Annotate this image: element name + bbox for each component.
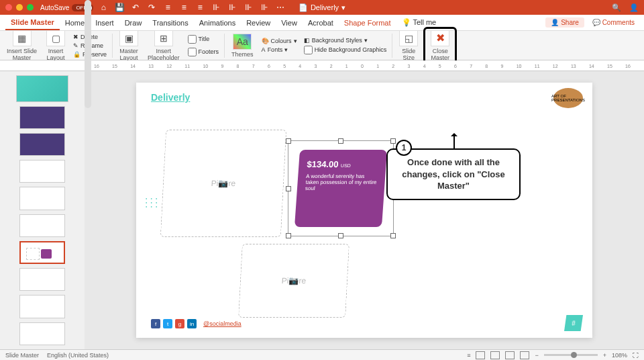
tab-shape-format[interactable]: Shape Format — [339, 16, 396, 30]
bg-styles-dropdown[interactable]: ◧ Background Styles ▾ — [304, 36, 387, 44]
thumb-layout[interactable] — [19, 160, 65, 183]
ribbon-tabs: Slide Master Home Insert Draw Transition… — [0, 15, 644, 31]
slide[interactable]: Deliverly ART OF PRESENTATIONS ● ● ●● ● … — [136, 83, 592, 338]
tab-animations[interactable]: Animations — [194, 16, 241, 30]
insert-layout-button[interactable]: ▢Insert Layout — [42, 30, 69, 61]
window-controls[interactable] — [5, 4, 34, 11]
share-button[interactable]: 👤 Share — [545, 17, 584, 28]
colours-dropdown[interactable]: 🎨 Colours ▾ — [262, 37, 297, 45]
account-icon[interactable]: 👤 — [629, 3, 639, 12]
resize-handle[interactable] — [390, 138, 396, 144]
status-mode: Slide Master — [5, 352, 39, 359]
annotation-callout: 1 Once done with all the changes, click … — [386, 148, 521, 200]
resize-handle[interactable] — [286, 186, 291, 191]
social-icons: f t g in @socialmedia — [151, 319, 241, 328]
reading-view-icon[interactable] — [505, 351, 515, 359]
home-icon[interactable]: ⌂ — [99, 3, 108, 12]
normal-view-icon[interactable] — [476, 351, 485, 359]
slideshow-view-icon[interactable] — [520, 351, 529, 359]
thumb-master[interactable] — [16, 75, 68, 102]
fit-to-window-icon[interactable]: ⛶ — [633, 352, 639, 359]
notes-button[interactable]: ≡ — [467, 352, 470, 359]
zoom-slider[interactable] — [544, 354, 598, 356]
tab-acrobat[interactable]: Acrobat — [303, 16, 339, 30]
hide-bg-checkbox[interactable]: Hide Background Graphics — [304, 45, 387, 55]
annotation-number: 1 — [396, 140, 412, 156]
social-link: @socialmedia — [203, 320, 241, 327]
slide-canvas: Deliverly ART OF PRESENTATIONS ● ● ●● ● … — [85, 71, 644, 349]
quick-access-toolbar: ⌂ 💾 ↶ ↷ ≡ ≡ ≡ ⊪ ⊪ ⊪ ⊪ ⋯ — [99, 3, 285, 12]
thumb-layout[interactable] — [19, 268, 65, 291]
insert-slide-master-button[interactable]: ▦Insert Slide Master — [3, 30, 41, 61]
linkedin-icon: in — [187, 319, 197, 328]
save-icon[interactable]: 💾 — [115, 3, 124, 12]
selection-box[interactable] — [288, 140, 394, 236]
sorter-view-icon[interactable] — [490, 351, 500, 359]
more-icon[interactable]: ⋯ — [276, 3, 285, 12]
fonts-dropdown[interactable]: A Fonts ▾ — [262, 46, 297, 54]
brand-logo: Deliverly — [151, 92, 190, 103]
slide-size-button[interactable]: ◱Slide Size — [395, 30, 422, 61]
tab-slide-master[interactable]: Slide Master — [5, 15, 60, 30]
google-icon: g — [175, 319, 184, 328]
insert-placeholder-button[interactable]: ⊞Insert Placeholder — [144, 30, 184, 61]
powerpoint-icon: 📄 — [299, 3, 308, 12]
zoom-level[interactable]: 108% — [612, 352, 627, 359]
zoom-in-button[interactable]: + — [603, 352, 606, 359]
thumb-layout[interactable] — [19, 322, 65, 345]
thumb-layout[interactable] — [19, 214, 65, 237]
slide-thumbnails — [0, 71, 85, 349]
title-checkbox[interactable]: Title — [188, 34, 219, 44]
thumb-layout[interactable] — [19, 187, 65, 210]
picture-placeholder[interactable]: Pi📷re — [160, 130, 286, 237]
thumb-layout[interactable] — [19, 133, 65, 156]
close-master-button[interactable]: ✖Close Master — [427, 30, 453, 61]
close-window-icon[interactable] — [5, 4, 12, 11]
tab-review[interactable]: Review — [241, 16, 276, 30]
search-icon[interactable]: 🔍 — [612, 3, 621, 12]
maximize-window-icon[interactable] — [27, 4, 34, 11]
redo-icon[interactable]: ↷ — [147, 3, 156, 12]
thumb-layout[interactable] — [19, 106, 65, 129]
themes-button[interactable]: AaThemes — [227, 34, 258, 58]
resize-handle[interactable] — [390, 233, 396, 238]
title-bar: AutoSave OFF ⌂ 💾 ↶ ↷ ≡ ≡ ≡ ⊪ ⊪ ⊪ ⊪ ⋯ 📄 D… — [0, 0, 644, 15]
page-number-badge: # — [564, 315, 583, 331]
tab-insert[interactable]: Insert — [90, 16, 119, 30]
annotation-arrow — [453, 134, 455, 149]
resize-handle[interactable] — [338, 233, 343, 238]
corner-logo: ART OF PRESENTATIONS — [553, 88, 583, 108]
thumb-layout[interactable] — [19, 295, 65, 318]
master-layout-button[interactable]: ▣Master Layout — [115, 30, 142, 61]
minimize-window-icon[interactable] — [16, 4, 23, 11]
undo-icon[interactable]: ↶ — [131, 3, 140, 12]
tab-transitions[interactable]: Transitions — [147, 16, 193, 30]
thumb-layout-selected[interactable] — [19, 241, 65, 264]
zoom-out-button[interactable]: − — [535, 352, 538, 359]
resize-handle[interactable] — [286, 233, 291, 238]
tab-draw[interactable]: Draw — [119, 16, 148, 30]
status-language[interactable]: English (United States) — [47, 352, 109, 359]
comments-button[interactable]: 💬 Comments — [588, 17, 639, 28]
status-bar: Slide Master English (United States) ≡ −… — [0, 349, 644, 360]
facebook-icon: f — [151, 319, 160, 328]
decorative-dots: ● ● ●● ● ●● ● ● — [146, 197, 158, 209]
main-area: Deliverly ART OF PRESENTATIONS ● ● ●● ● … — [0, 71, 644, 349]
resize-handle[interactable] — [338, 138, 343, 144]
distribute-icon[interactable]: ⊪ — [260, 3, 269, 12]
distribute-icon[interactable]: ⊪ — [227, 3, 237, 12]
document-title: 📄 Deliverly▾ — [299, 3, 345, 12]
align-icon[interactable]: ≡ — [163, 3, 172, 12]
footers-checkbox[interactable]: Footers — [188, 47, 219, 57]
resize-handle[interactable] — [286, 138, 291, 144]
tab-view[interactable]: View — [276, 16, 303, 30]
picture-placeholder[interactable]: Pi📷re — [238, 244, 350, 318]
align-icon[interactable]: ≡ — [195, 3, 205, 12]
horizontal-ruler: 1615141312111098765432101234567891011121… — [0, 60, 644, 71]
distribute-icon[interactable]: ⊪ — [211, 3, 221, 12]
twitter-icon: t — [163, 319, 172, 328]
ribbon: ▦Insert Slide Master ▢Insert Layout ✖ De… — [0, 31, 644, 60]
align-icon[interactable]: ≡ — [179, 3, 189, 12]
distribute-icon[interactable]: ⊪ — [244, 3, 253, 12]
close-master-highlight: ✖Close Master — [423, 27, 457, 64]
